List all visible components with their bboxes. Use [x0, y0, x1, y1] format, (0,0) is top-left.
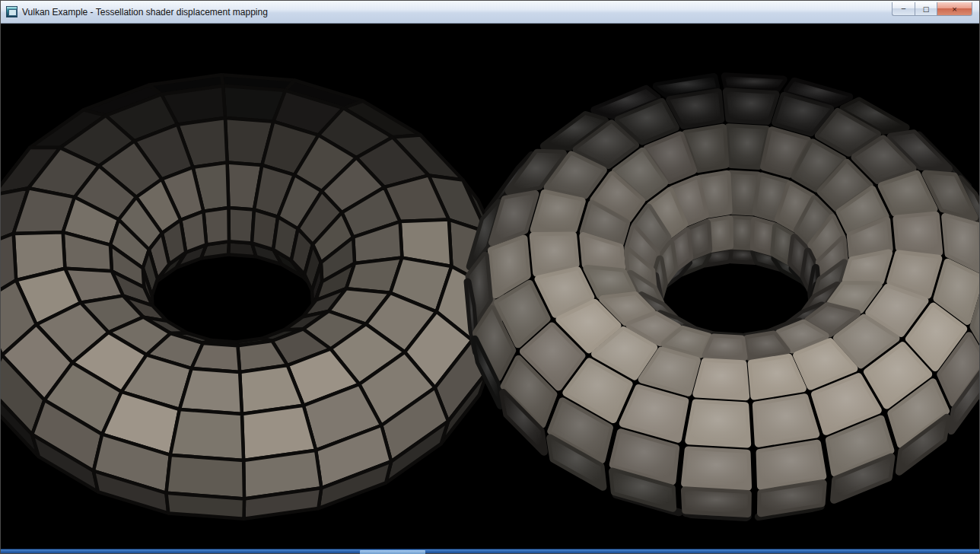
taskbar-strip[interactable]	[1, 549, 979, 553]
app-window: Vulkan Example - Tessellation shader dis…	[0, 0, 980, 554]
maximize-button[interactable]: □	[915, 2, 937, 16]
window-title: Vulkan Example - Tessellation shader dis…	[22, 7, 268, 18]
minimize-button[interactable]: ─	[892, 2, 915, 16]
app-icon	[6, 6, 18, 18]
taskbar-highlight	[360, 550, 425, 554]
render-viewport[interactable]	[1, 24, 979, 549]
close-button[interactable]: ×	[937, 2, 972, 16]
tessellation-render	[1, 24, 979, 549]
titlebar[interactable]: Vulkan Example - Tessellation shader dis…	[1, 1, 979, 24]
window-controls: ─ □ ×	[892, 2, 972, 16]
